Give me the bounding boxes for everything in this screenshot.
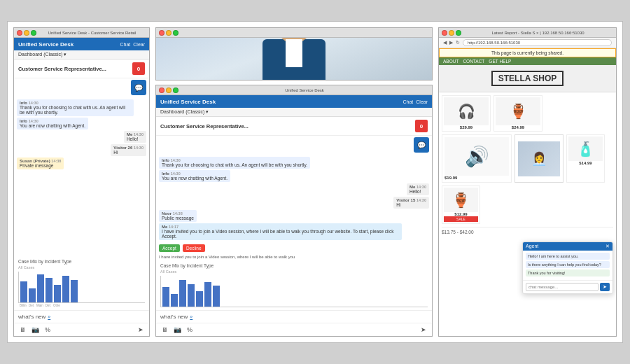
sale-badge: SALE (444, 216, 478, 222)
refresh-icon[interactable]: ↻ (456, 40, 460, 46)
product-img-extra: 🏺 (444, 188, 478, 212)
clear-tab[interactable]: Clear (133, 42, 145, 47)
accept-decline-area: Accept Decline (156, 243, 432, 253)
product-grid: 🎧 $29.99 🏺 $24.99 🔊 $19.99 (442, 95, 613, 224)
mid-dashboard-label[interactable]: Dashboard (Classic) ▾ (156, 108, 432, 117)
mid-send-btn[interactable]: ➤ (419, 326, 428, 334)
mid-tb-3[interactable]: % (186, 326, 194, 334)
close-icon-mid-b[interactable] (159, 88, 164, 93)
page-wrapper: Unified Service Desk - Customer Service … (0, 0, 630, 364)
maximize-icon-mid[interactable] (173, 30, 178, 36)
mid-badge: 0 (415, 120, 428, 132)
nav-contact[interactable]: CONTACT (463, 59, 484, 64)
maximize-icon-right[interactable] (456, 30, 461, 36)
whats-new-link-left[interactable]: » (48, 314, 50, 319)
chat-message-3: Me 14:30 Hello! (124, 131, 146, 143)
mid-chat-tab[interactable]: Chat (402, 99, 413, 104)
mid-top-chrome (156, 28, 432, 38)
price-row: $13.75 - $42.00 (442, 227, 613, 237)
mid-bar-2 (171, 294, 178, 307)
store-banner: STELLA SHOP (439, 65, 616, 92)
join-msg: I have invited you to join a Video sessi… (156, 253, 432, 260)
minimize-icon-right[interactable] (449, 30, 454, 36)
overlay-chat-input[interactable] (526, 283, 598, 291)
overlay-msg-3: Thank you for visiting! (526, 270, 610, 276)
mid-bar-1 (162, 287, 169, 307)
send-btn-left[interactable]: ➤ (136, 326, 145, 334)
mid-tb-1[interactable]: 🖥 (160, 326, 169, 334)
agent-image-bg (156, 38, 432, 80)
product-extra[interactable]: 🏺 $12.99 SALE (442, 186, 480, 224)
close-icon-mid[interactable] (159, 30, 164, 36)
mid-chat-icon[interactable]: 💬 (414, 137, 429, 153)
url-input[interactable]: http://192.168.50.166:51030 (463, 39, 612, 46)
product-vase[interactable]: 🏺 $24.99 (493, 95, 542, 132)
close-icon[interactable] (17, 30, 22, 36)
left-chart: Case Mix by Incident Type All Cases Bill… (14, 256, 149, 310)
close-icon-right[interactable] (442, 30, 447, 36)
mid-bar-4 (188, 284, 195, 307)
whats-new-link-mid[interactable]: » (190, 314, 192, 319)
agent-photo-panel (155, 27, 433, 80)
mid-clear-tab[interactable]: Clear (416, 99, 428, 104)
nav-get-help[interactable]: GET HELP (489, 59, 511, 64)
mid-cs-title: Customer Service Representative... 0 (156, 117, 432, 136)
mid-chat-window: Unified Service Desk Unified Service Des… (155, 85, 433, 337)
mid-chart-subtitle: All Cases (160, 270, 428, 274)
product-bottle[interactable]: 🧴 $14.99 (566, 134, 605, 183)
left-chat-area: Info 14:30 Thank you for choosing to cha… (14, 97, 149, 256)
nav-about[interactable]: ABOUT (443, 59, 458, 64)
chat-message-1: Info 14:30 Thank you for choosing to cha… (17, 99, 134, 116)
agent-chat-overlay: Agent ✕ Hello! I am here to assist you. … (522, 241, 613, 294)
product-headphones[interactable]: 🎧 $29.99 (442, 95, 491, 132)
left-panel-header: Unified Service Desk Chat Clear (14, 38, 149, 50)
product-large[interactable]: 🔊 $19.99 (442, 134, 512, 183)
back-icon[interactable]: ◀ (443, 40, 447, 46)
store-name: STELLA SHOP (491, 71, 564, 86)
agent-figure (241, 38, 346, 80)
bar-4 (46, 278, 52, 302)
bar-1 (20, 281, 27, 302)
overlay-send-btn[interactable]: ➤ (600, 283, 610, 291)
toolbar-btn-1[interactable]: 🖥 (18, 326, 27, 334)
bar-3 (37, 274, 44, 302)
product-img-vase: 🏺 (496, 97, 540, 125)
agent-thumb-img: 👩‍💼 (518, 141, 560, 176)
mid-tb-2[interactable]: 📷 (172, 326, 183, 334)
maximize-icon[interactable] (31, 30, 36, 36)
mid-bar-6 (204, 282, 211, 307)
dashboard-label[interactable]: Dashboard (Classic) ▾ (14, 50, 149, 59)
mid-bar-chart (160, 276, 428, 307)
overlay-close-icon[interactable]: ✕ (606, 244, 610, 249)
mid-bottom-title: Unified Service Desk (180, 88, 429, 92)
left-chart-subtitle: All Cases (18, 265, 145, 270)
mid-msg-3: Me 14:30 Hello! (407, 183, 429, 195)
minimize-icon-mid-b[interactable] (166, 88, 172, 93)
agent-shirt (286, 39, 302, 67)
mid-bottom-header: Unified Service Desk Chat Clear (156, 95, 432, 108)
minimize-icon-mid[interactable] (166, 30, 172, 36)
chat-message-5: Susan (Private) 14:38 Private message (17, 158, 64, 169)
chat-icon-button[interactable]: 💬 (131, 80, 146, 95)
maximize-icon-mid-b[interactable] (173, 88, 178, 93)
agent-thumbnail: 👩‍💼 (514, 134, 564, 183)
screen-share-notice: This page is currently being shared. (439, 48, 616, 57)
chat-tab[interactable]: Chat (120, 42, 130, 47)
center-window: Unified Service Desk Unified Service Des… (155, 27, 433, 337)
left-window: Unified Service Desk - Customer Service … (13, 27, 150, 337)
toolbar-btn-2[interactable]: 📷 (30, 326, 41, 334)
chat-message-4: Visitor 26 14:30 Hi (111, 144, 146, 156)
cs-title: Customer Service Representative... 0 (14, 59, 149, 78)
mid-msg-5: Noor 14:38 Public message (159, 210, 197, 222)
agent-overlay-content: Hello! I am here to assist you. Is there… (523, 251, 612, 280)
mid-bar-7 (213, 286, 220, 307)
mid-msg-1: Info 14:30 Thank you for choosing to cha… (159, 157, 310, 169)
accept-button[interactable]: Accept (159, 244, 180, 252)
forward-icon[interactable]: ▶ (449, 40, 453, 46)
mid-chat-icon-area: 💬 (156, 136, 432, 154)
minimize-icon[interactable] (24, 30, 29, 36)
toolbar-btn-3[interactable]: % (43, 326, 52, 334)
decline-button[interactable]: Decline (183, 244, 205, 252)
mid-bottom-chrome: Unified Service Desk (156, 85, 432, 95)
left-bar-labels: Billing Del. Main. Def. Other (18, 304, 145, 307)
